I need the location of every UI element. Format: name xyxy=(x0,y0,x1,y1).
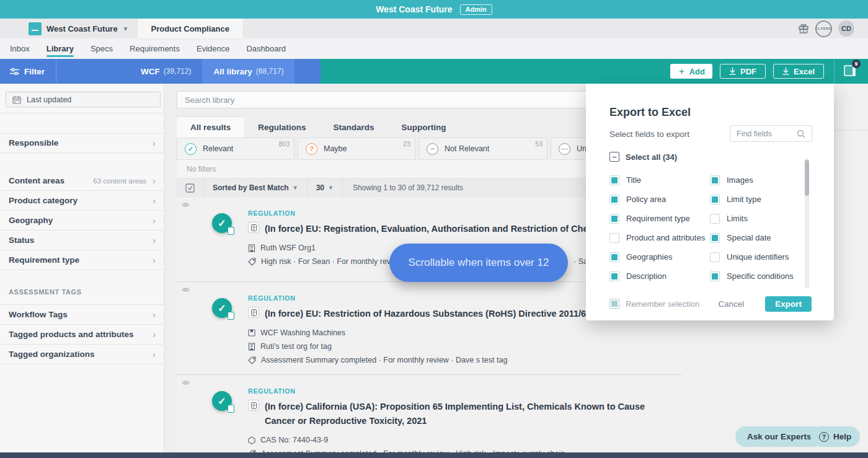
eye-icon[interactable] xyxy=(182,287,190,293)
chip-maybe[interactable]: ? Maybe 23 xyxy=(298,138,415,160)
eye-icon[interactable] xyxy=(182,202,190,208)
sort-dropdown[interactable]: Sorted by Best Match ▼ xyxy=(204,178,308,197)
sidebar-item-status[interactable]: Status› xyxy=(0,231,164,250)
field-requirement-type[interactable]: Requirement type xyxy=(609,209,715,228)
reading-panel-button[interactable]: 9 xyxy=(842,63,858,79)
chevron-right-icon: › xyxy=(153,255,156,265)
download-icon xyxy=(782,68,789,75)
field-limit-type[interactable]: Limit type xyxy=(710,190,815,209)
field-product-and-attributes[interactable]: Product and attributes xyxy=(609,228,715,247)
sidebar-item-requirement-type[interactable]: Requirement type› xyxy=(0,250,164,270)
result-title[interactable]: (In force) California (USA): Proposition… xyxy=(265,400,676,428)
checkbox-icon xyxy=(710,271,720,281)
tab-all-library[interactable]: All library (68,717) xyxy=(202,59,294,84)
remember-selection-checkbox[interactable]: Remember selection xyxy=(609,299,699,309)
org-name: West Coast Future xyxy=(46,24,118,33)
chevron-right-icon: › xyxy=(153,195,156,206)
page-size-dropdown[interactable]: 30 ▼ xyxy=(308,178,343,197)
relevant-check-icon: ✓ xyxy=(212,298,232,318)
tab-specs[interactable]: Specs xyxy=(91,38,113,59)
pdf-export-button[interactable]: PDF xyxy=(720,64,766,79)
help-button[interactable]: ? Help xyxy=(810,426,860,447)
toolbar-divider xyxy=(56,59,56,84)
field-images[interactable]: Images xyxy=(710,170,815,190)
result-organization: Ruth WSF Org1 xyxy=(260,244,316,252)
checkbox-icon xyxy=(710,233,720,243)
organization-icon xyxy=(248,244,255,252)
sidebar-item-tagged-products[interactable]: Tagged products and attributes› xyxy=(0,325,164,345)
checkbox-icon xyxy=(609,195,619,205)
checkbox-icon xyxy=(609,214,619,224)
result-row[interactable]: ✓ REGULATION (In force) California (USA)… xyxy=(177,375,682,452)
checkbox-icon xyxy=(710,252,720,262)
sidebar-item-workflow-tags[interactable]: Workflow Tags› xyxy=(0,305,164,325)
top-bar-title: West Coast Future xyxy=(376,4,452,14)
tab-regulations[interactable]: Regulations xyxy=(244,117,319,138)
result-type-label: REGULATION xyxy=(248,387,676,395)
sidebar-item-content-areas[interactable]: Content areas 63 content areas › xyxy=(0,171,164,191)
scrollbar-thumb[interactable] xyxy=(805,160,809,196)
avatar[interactable]: CD xyxy=(838,20,854,37)
excel-export-button[interactable]: Excel xyxy=(773,64,824,79)
relevant-check-icon: ✓ xyxy=(212,213,232,233)
tab-dashboard[interactable]: Dashboard xyxy=(246,38,286,59)
cancel-button[interactable]: Cancel xyxy=(718,299,744,309)
select-all-checkbox[interactable]: – Select all (34) xyxy=(609,152,677,162)
field-title[interactable]: Title xyxy=(609,170,715,190)
modal-footer: Remember selection Cancel Export xyxy=(586,287,834,320)
assessment-tags-header: ASSESSMENT TAGS xyxy=(9,288,82,296)
chip-relevant[interactable]: ✓ Relevant 803 xyxy=(177,138,294,160)
chevron-right-icon: › xyxy=(153,235,156,245)
org-logo-icon xyxy=(29,22,42,35)
chevron-right-icon: › xyxy=(153,175,156,186)
field-policy-area[interactable]: Policy area xyxy=(609,190,715,209)
chip-not-relevant[interactable]: − Not Relevant 53 xyxy=(418,138,547,160)
sidebar-item-geography[interactable]: Geography› xyxy=(0,211,164,231)
chevron-right-icon: › xyxy=(153,329,156,340)
sidebar-item-product-category[interactable]: Product category› xyxy=(0,191,164,211)
caret-down-icon: ▼ xyxy=(328,185,334,191)
regulation-doc-icon xyxy=(248,307,259,318)
download-icon xyxy=(729,68,736,75)
field-description[interactable]: Description xyxy=(609,266,715,286)
field-unique-identifiers[interactable]: Unique identifiers xyxy=(710,247,815,266)
organization-icon xyxy=(248,343,255,351)
field-geographies[interactable]: Geographies xyxy=(609,247,715,266)
tab-inbox[interactable]: Inbox xyxy=(10,38,30,59)
gift-icon[interactable] xyxy=(798,23,809,34)
select-all-results-checkbox[interactable] xyxy=(177,178,204,197)
add-button[interactable]: ＋ Add xyxy=(670,64,712,79)
tab-product-compliance[interactable]: Product Compliance xyxy=(138,19,243,38)
sidebar-item-tagged-organizations[interactable]: Tagged organizations› xyxy=(0,345,164,364)
tag-icon xyxy=(248,356,256,364)
chevron-right-icon: › xyxy=(153,309,156,320)
classic-mode-icon[interactable]: CLASSIC xyxy=(815,20,832,37)
field-specific-conditions[interactable]: Specific conditions xyxy=(710,266,815,286)
field-special-date[interactable]: Special date xyxy=(710,228,815,247)
tab-library[interactable]: Library xyxy=(46,38,74,59)
filter-button[interactable]: Filter xyxy=(0,59,56,84)
tab-wcf[interactable]: WCF (39,712) xyxy=(130,59,202,84)
checkbox-icon xyxy=(710,214,720,224)
filter-icon xyxy=(10,68,19,76)
caret-down-icon: ▼ xyxy=(293,185,298,191)
export-button[interactable]: Export xyxy=(765,296,812,312)
tab-requirements[interactable]: Requirements xyxy=(130,38,180,59)
tab-evidence[interactable]: Evidence xyxy=(197,38,229,59)
tab-standards[interactable]: Standards xyxy=(320,117,388,138)
field-limits[interactable]: Limits xyxy=(710,209,815,228)
result-title[interactable]: (In force) EU: Restriction of Hazardous … xyxy=(265,307,606,321)
modal-scrollbar[interactable] xyxy=(805,158,809,288)
tab-supporting[interactable]: Supporting xyxy=(388,117,460,138)
checkbox-icon xyxy=(710,175,720,185)
tab-all-results[interactable]: All results xyxy=(177,117,244,138)
chevron-right-icon: › xyxy=(153,349,156,359)
sidebar-item-responsible[interactable]: Responsible› xyxy=(0,133,164,153)
calendar-icon xyxy=(12,95,21,104)
last-updated-filter[interactable]: Last updated xyxy=(6,92,161,107)
eye-icon[interactable] xyxy=(182,380,190,385)
content-areas-count: 63 content areas xyxy=(93,177,146,185)
indeterminate-checkbox-icon: – xyxy=(609,152,619,162)
toolbar-left: Filter WCF (39,712) All library (68,717) xyxy=(0,59,321,84)
org-switcher[interactable]: West Coast Future ▼ xyxy=(0,19,138,38)
